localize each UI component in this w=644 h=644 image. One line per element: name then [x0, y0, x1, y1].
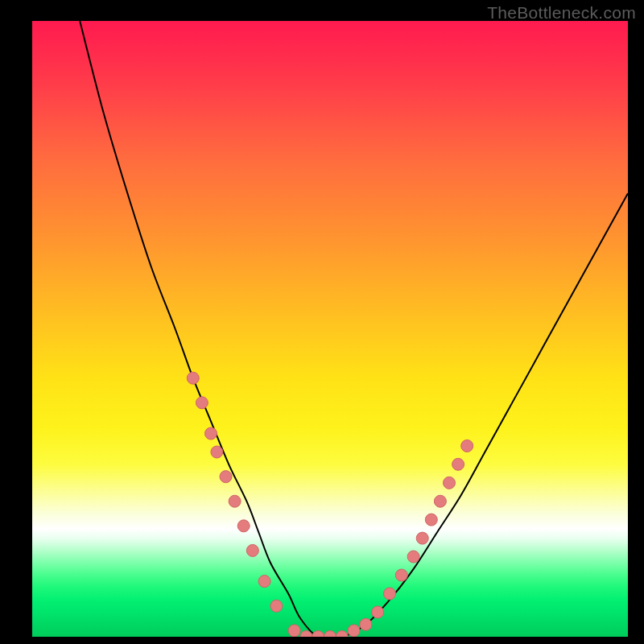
curve-node	[324, 631, 336, 638]
curve-node	[270, 600, 283, 612]
plot-area	[32, 21, 628, 637]
curve-node	[444, 477, 456, 489]
curve-node	[434, 495, 446, 507]
curve-node	[229, 495, 241, 507]
curve-node	[237, 520, 250, 532]
curve-node	[312, 631, 324, 638]
chart-frame: TheBottleneck.com	[0, 0, 644, 644]
curve-node	[211, 446, 223, 458]
bottleneck-curve	[80, 21, 628, 637]
curve-node	[196, 397, 208, 409]
curve-node	[372, 606, 384, 618]
curve-node	[288, 625, 300, 637]
curve-node	[395, 569, 407, 581]
curve-nodes	[187, 372, 473, 637]
curve-node	[407, 551, 419, 563]
curve-node	[246, 544, 258, 556]
curve-node	[258, 576, 270, 588]
curve-node	[416, 532, 428, 544]
curve-node	[360, 618, 372, 630]
curve-node	[336, 631, 348, 638]
curve-node	[220, 471, 232, 483]
watermark-label: TheBottleneck.com	[487, 3, 636, 23]
curve-node	[384, 588, 396, 600]
curve-node	[461, 440, 473, 452]
curve-node	[425, 514, 437, 526]
curve-node	[187, 372, 199, 384]
curve-node	[205, 427, 217, 440]
plot-overlay	[32, 21, 628, 637]
curve-node	[348, 625, 360, 637]
curve-node	[452, 458, 464, 470]
